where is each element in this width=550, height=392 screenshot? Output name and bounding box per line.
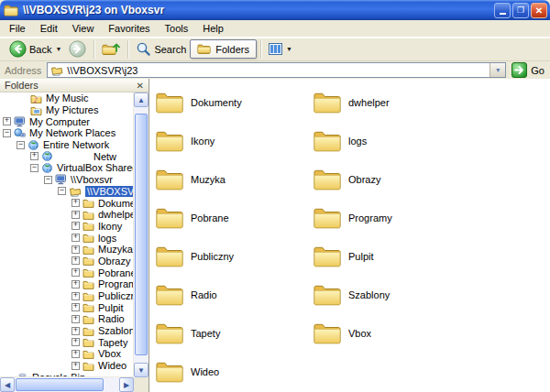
expand-icon[interactable]: + xyxy=(72,199,80,207)
minimize-button[interactable] xyxy=(494,3,511,18)
vertical-scroll-thumb[interactable] xyxy=(135,114,148,355)
tree-item-logs[interactable]: +logs xyxy=(0,232,134,244)
expand-icon[interactable]: + xyxy=(72,268,80,277)
tree-item-programy[interactable]: +Programy xyxy=(0,278,134,290)
folder-tile-dwhelper[interactable]: dwhelper xyxy=(313,83,470,122)
expand-icon[interactable]: + xyxy=(72,362,80,370)
collapse-icon[interactable]: − xyxy=(44,176,52,184)
menu-favorites[interactable]: Favorites xyxy=(101,21,157,36)
tree-item-label: My Computer xyxy=(29,116,90,127)
tree-item-label: Publiczny xyxy=(98,290,134,301)
folder-tile-pobrane[interactable]: Pobrane xyxy=(155,199,313,237)
scroll-up-icon[interactable]: ▲ xyxy=(134,93,148,107)
restore-button[interactable]: ❐ xyxy=(512,3,529,18)
close-button[interactable]: ✕ xyxy=(531,3,547,18)
tree-item-ikony[interactable]: +Ikony xyxy=(0,221,134,233)
folder-tile-dokumenty[interactable]: Dokumenty xyxy=(155,83,313,122)
expand-icon[interactable]: + xyxy=(72,280,80,289)
tree-item-my-network-places[interactable]: −My Network Places xyxy=(0,127,134,139)
expand-icon[interactable]: + xyxy=(72,303,80,311)
go-button[interactable]: Go xyxy=(512,62,546,78)
tree-item-my-pictures[interactable]: My Pictures xyxy=(0,104,134,116)
tree-item-pobrane[interactable]: +Pobrane xyxy=(0,267,134,278)
folder-tile-programy[interactable]: Programy xyxy=(313,199,470,237)
back-button[interactable]: Back ▼ xyxy=(6,39,65,59)
back-dropdown-icon[interactable]: ▼ xyxy=(55,46,61,52)
folder-tile-publiczny[interactable]: Publiczny xyxy=(155,237,313,276)
views-dropdown-icon[interactable]: ▼ xyxy=(286,46,292,52)
folder-tile-radio[interactable]: Radio xyxy=(155,276,313,314)
collapse-icon[interactable]: − xyxy=(58,187,66,195)
expand-icon[interactable]: + xyxy=(72,292,80,300)
folder-tile-pulpit[interactable]: Pulpit xyxy=(313,237,470,276)
folders-button[interactable]: Folders xyxy=(190,39,257,59)
folder-tile-szablony[interactable]: Szablony xyxy=(313,276,470,314)
tree-item-muzyka[interactable]: +Muzyka xyxy=(0,244,134,256)
folder-icon xyxy=(155,91,184,114)
collapse-icon[interactable]: − xyxy=(16,141,25,149)
scroll-right-icon[interactable]: ▶ xyxy=(119,377,134,392)
tree-item-vboxsvr[interactable]: −\\Vboxsvr xyxy=(0,174,134,186)
folder-tile-ikony[interactable]: Ikony xyxy=(155,122,313,160)
tree-item-vboxsvr-j23[interactable]: −\\VBOXSVR\j23 xyxy=(0,186,134,198)
tree-item-tapety[interactable]: +Tapety xyxy=(0,336,134,348)
expand-icon[interactable]: + xyxy=(72,350,80,358)
search-button[interactable]: Search xyxy=(132,40,190,58)
tree-item-netw[interactable]: +Netw xyxy=(0,150,134,162)
menu-help[interactable]: Help xyxy=(195,21,231,36)
tree-item-dokumenty[interactable]: +Dokumenty xyxy=(0,197,134,209)
tree-item-szablony[interactable]: +Szablony xyxy=(0,325,134,337)
go-label: Go xyxy=(531,65,544,76)
scroll-left-icon[interactable]: ◀ xyxy=(0,377,15,392)
menu-file[interactable]: File xyxy=(2,21,33,36)
folder-icon xyxy=(82,279,94,289)
folder-icon xyxy=(82,233,94,243)
horizontal-scroll-thumb[interactable] xyxy=(16,378,104,391)
expand-icon[interactable]: + xyxy=(72,338,80,346)
scroll-down-icon[interactable]: ▼ xyxy=(134,363,148,377)
expand-icon[interactable]: + xyxy=(72,256,80,265)
back-label: Back xyxy=(29,44,51,55)
tree-item-entire-network[interactable]: −Entire Network xyxy=(0,139,134,151)
folder-tile-vbox[interactable]: Vbox xyxy=(313,314,470,353)
folder-tile-obrazy[interactable]: Obrazy xyxy=(313,160,470,199)
svg-text:♪: ♪ xyxy=(34,95,38,103)
expand-icon[interactable]: + xyxy=(30,152,38,160)
tree-item-dwhelper[interactable]: +dwhelper xyxy=(0,209,134,221)
tree-vertical-scrollbar[interactable]: ▲ ▼ xyxy=(133,93,148,377)
tree-item-vbox[interactable]: +Vbox xyxy=(0,348,134,360)
expand-icon[interactable]: + xyxy=(3,117,11,125)
tree-item-publiczny[interactable]: +Publiczny xyxy=(0,290,134,302)
folder-tile-muzyka[interactable]: Muzyka xyxy=(155,160,313,199)
tree-item-my-music[interactable]: ♪My Music xyxy=(0,93,134,104)
tree-item-virtualbox-shared-folders[interactable]: −VirtualBox Shared Folders xyxy=(0,162,134,174)
forward-button[interactable] xyxy=(65,39,90,59)
tree-item-wideo[interactable]: +Wideo xyxy=(0,360,134,372)
menu-edit[interactable]: Edit xyxy=(33,21,65,36)
folder-tile-logs[interactable]: logs xyxy=(313,122,470,160)
menu-view[interactable]: View xyxy=(65,21,102,36)
tree-item-obrazy[interactable]: +Obrazy xyxy=(0,256,134,267)
collapse-icon[interactable]: − xyxy=(30,164,38,172)
tree-item-radio[interactable]: +Radio xyxy=(0,313,134,325)
folder-tile-wideo[interactable]: Wideo xyxy=(155,353,313,391)
address-input[interactable]: \\VBOXSVR\j23 ▾ xyxy=(47,62,506,78)
folder-icon xyxy=(155,129,184,153)
tree-horizontal-scrollbar[interactable]: ◀ ▶ xyxy=(0,376,134,392)
menu-tools[interactable]: Tools xyxy=(158,21,196,36)
up-button[interactable] xyxy=(98,40,124,58)
collapse-icon[interactable]: − xyxy=(3,129,11,137)
expand-icon[interactable]: + xyxy=(72,234,80,242)
expand-icon[interactable]: + xyxy=(72,222,80,230)
tree-item-pulpit[interactable]: +Pulpit xyxy=(0,301,134,313)
tree-item-my-computer[interactable]: +My Computer xyxy=(0,115,134,127)
expand-icon[interactable]: + xyxy=(72,315,80,323)
folder-icon xyxy=(155,245,184,268)
panel-close-icon[interactable]: ✕ xyxy=(137,81,144,91)
views-button[interactable]: ▼ xyxy=(265,42,296,56)
expand-icon[interactable]: + xyxy=(72,211,80,219)
expand-icon[interactable]: + xyxy=(72,245,80,254)
folder-tile-tapety[interactable]: Tapety xyxy=(155,314,313,353)
expand-icon[interactable]: + xyxy=(72,327,80,335)
address-dropdown-button[interactable]: ▾ xyxy=(490,63,505,77)
